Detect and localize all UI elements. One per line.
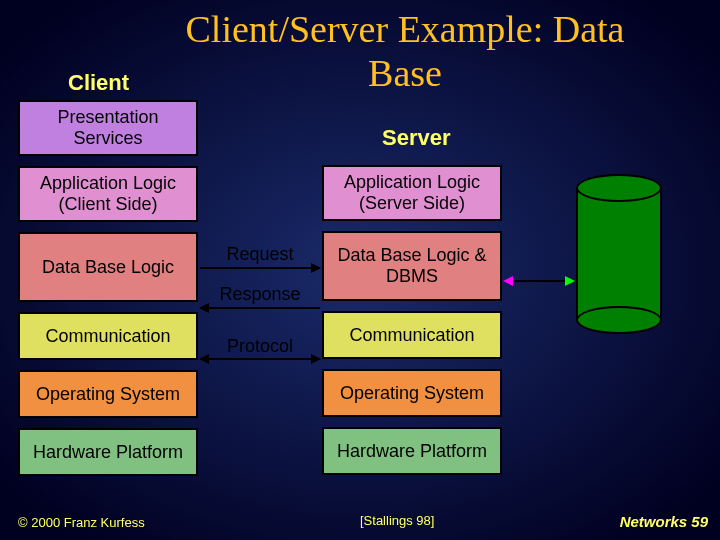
client-comm-box: Communication — [18, 312, 198, 360]
server-app-logic-box: Application Logic (Server Side) — [322, 165, 502, 221]
request-label: Request — [202, 244, 318, 265]
server-comm-box: Communication — [322, 311, 502, 359]
server-os-box: Operating System — [322, 369, 502, 417]
client-os-box: Operating System — [18, 370, 198, 418]
database-cylinder-icon — [576, 174, 662, 334]
client-hw-box: Hardware Platform — [18, 428, 198, 476]
db-link-arrow-icon — [504, 280, 574, 282]
response-label: Response — [202, 284, 318, 305]
server-heading: Server — [382, 125, 451, 151]
client-db-logic-box: Data Base Logic — [18, 232, 198, 302]
client-app-logic-box: Application Logic (Client Side) — [18, 166, 198, 222]
client-presentation-box: Presentation Services — [18, 100, 198, 156]
server-hw-box: Hardware Platform — [322, 427, 502, 475]
request-arrow-icon — [200, 267, 320, 269]
server-stack: Application Logic (Server Side) Data Bas… — [322, 165, 502, 475]
protocol-label: Protocol — [202, 336, 318, 357]
client-stack: Presentation Services Application Logic … — [18, 100, 198, 476]
protocol-arrow-icon — [200, 358, 320, 360]
citation-text: [Stallings 98] — [360, 513, 434, 528]
page-number: Networks 59 — [620, 513, 708, 530]
response-arrow-icon — [200, 307, 320, 309]
client-heading: Client — [68, 70, 129, 96]
server-db-logic-box: Data Base Logic & DBMS — [322, 231, 502, 301]
copyright-text: © 2000 Franz Kurfess — [18, 515, 145, 530]
slide-title: Client/Server Example: Data Base — [180, 8, 630, 95]
